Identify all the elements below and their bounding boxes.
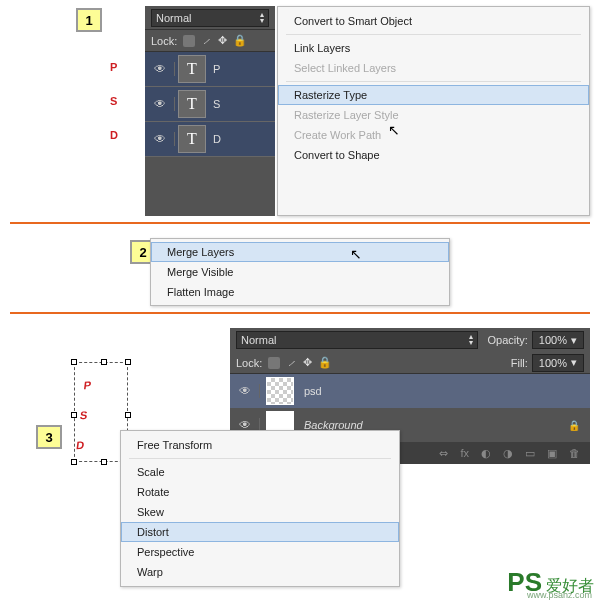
context-menu-2: Merge LayersMerge VisibleFlatten Image bbox=[150, 238, 450, 306]
menu-item[interactable]: Flatten Image bbox=[151, 282, 449, 302]
fx-icon[interactable]: fx bbox=[460, 447, 469, 459]
mask-icon[interactable]: ◐ bbox=[481, 447, 491, 460]
opacity-label: Opacity: bbox=[488, 334, 528, 346]
menu-item[interactable]: Rasterize Type bbox=[278, 85, 589, 105]
menu-item[interactable]: Rotate bbox=[121, 482, 399, 502]
adjustment-icon[interactable]: ◑ bbox=[503, 447, 513, 460]
menu-item: Select Linked Layers bbox=[278, 58, 589, 78]
watermark-url: www.psahz.com bbox=[527, 590, 592, 600]
menu-item[interactable]: Warp bbox=[121, 562, 399, 582]
lock-all-icon[interactable]: 🔒 bbox=[233, 34, 247, 47]
blend-opacity-row: Normal▴▾ Opacity: 100%▾ bbox=[230, 328, 590, 352]
trash-icon[interactable]: 🗑 bbox=[569, 447, 580, 459]
fill-label: Fill: bbox=[511, 357, 528, 369]
context-menu-3: Free TransformScaleRotateSkewDistortPers… bbox=[120, 430, 400, 587]
step-badge-3: 3 bbox=[36, 425, 62, 449]
layer-thumb-checker bbox=[266, 377, 294, 405]
menu-item[interactable]: Merge Layers bbox=[151, 242, 449, 262]
divider bbox=[10, 312, 590, 314]
opacity-input[interactable]: 100%▾ bbox=[532, 331, 584, 349]
text-layer-thumb: T bbox=[178, 125, 206, 153]
menu-item[interactable]: Skew bbox=[121, 502, 399, 522]
layer-row[interactable]: 👁 T D bbox=[145, 122, 275, 157]
menu-item: Rasterize Layer Style bbox=[278, 105, 589, 125]
lock-move-icon[interactable]: ✥ bbox=[218, 34, 227, 47]
lock-transparent-icon[interactable] bbox=[183, 35, 195, 47]
lock-transparent-icon[interactable] bbox=[268, 357, 280, 369]
visibility-icon[interactable]: 👁 bbox=[145, 132, 175, 146]
layer-name: P bbox=[209, 63, 220, 75]
menu-item: Create Work Path bbox=[278, 125, 589, 145]
lock-icon: 🔒 bbox=[568, 420, 580, 431]
lock-brush-icon[interactable]: ⟋ bbox=[286, 357, 297, 369]
layer-name: D bbox=[209, 133, 221, 145]
lock-all-icon[interactable]: 🔒 bbox=[318, 356, 332, 369]
text-layer-thumb: T bbox=[178, 90, 206, 118]
context-menu-1: Convert to Smart ObjectLink LayersSelect… bbox=[277, 6, 590, 216]
section-1: Normal▴▾ Lock: ⟋ ✥ 🔒 👁 T P 👁 T S 👁 T D C… bbox=[50, 6, 590, 216]
visibility-icon[interactable]: 👁 bbox=[145, 62, 175, 76]
blend-mode-select[interactable]: Normal▴▾ bbox=[236, 331, 478, 349]
menu-item[interactable]: Free Transform bbox=[121, 435, 399, 455]
blend-mode-select[interactable]: Normal▴▾ bbox=[151, 9, 269, 27]
menu-item[interactable]: Link Layers bbox=[278, 38, 589, 58]
visibility-icon[interactable]: 👁 bbox=[145, 97, 175, 111]
blend-row: Normal▴▾ bbox=[145, 6, 275, 30]
menu-item[interactable]: Convert to Smart Object bbox=[278, 11, 589, 31]
link-icon[interactable]: ⇔ bbox=[439, 447, 448, 460]
folder-icon[interactable]: ▭ bbox=[525, 447, 535, 460]
fill-input[interactable]: 100%▾ bbox=[532, 354, 584, 372]
menu-item[interactable]: Convert to Shape bbox=[278, 145, 589, 165]
text-layer-thumb: T bbox=[178, 55, 206, 83]
lock-fill-row: Lock: ⟋ ✥ 🔒 Fill: 100%▾ bbox=[230, 352, 590, 374]
menu-item[interactable]: Distort bbox=[121, 522, 399, 542]
lock-row: Lock: ⟋ ✥ 🔒 bbox=[145, 30, 275, 52]
layers-panel-1: Normal▴▾ Lock: ⟋ ✥ 🔒 👁 T P 👁 T S 👁 T D bbox=[145, 6, 275, 216]
section-2: Merge LayersMerge VisibleFlatten Image bbox=[150, 238, 450, 306]
layer-name: psd bbox=[300, 385, 322, 397]
lock-move-icon[interactable]: ✥ bbox=[303, 356, 312, 369]
visibility-icon[interactable]: 👁 bbox=[230, 384, 260, 398]
new-layer-icon[interactable]: ▣ bbox=[547, 447, 557, 460]
layer-row[interactable]: 👁 T S bbox=[145, 87, 275, 122]
layer-name: S bbox=[209, 98, 220, 110]
divider bbox=[10, 222, 590, 224]
layer-row-psd[interactable]: 👁 psd bbox=[230, 374, 590, 408]
menu-item[interactable]: Perspective bbox=[121, 542, 399, 562]
lock-brush-icon[interactable]: ⟋ bbox=[201, 35, 212, 47]
layer-row[interactable]: 👁 T P bbox=[145, 52, 275, 87]
menu-item[interactable]: Scale bbox=[121, 462, 399, 482]
menu-item[interactable]: Merge Visible bbox=[151, 262, 449, 282]
